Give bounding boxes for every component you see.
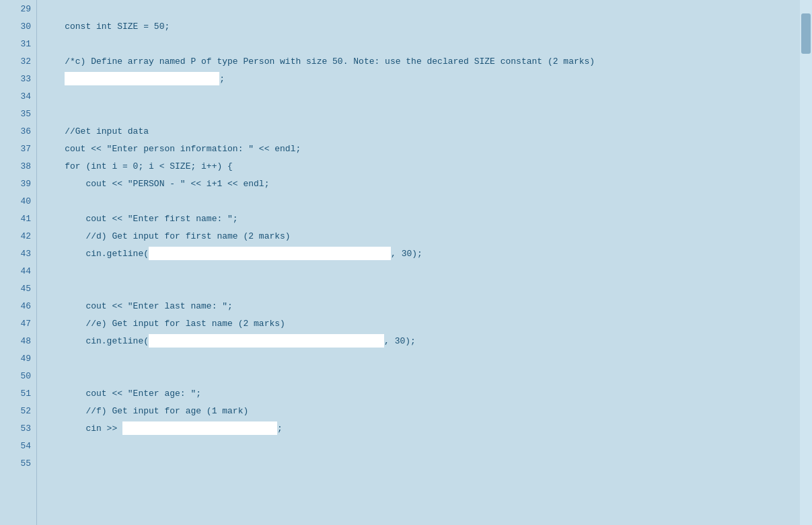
blank-input-43[interactable] xyxy=(149,247,391,260)
code-line-41: cout << "Enter first name: "; xyxy=(44,210,800,227)
code-line-37: cout << "Enter person information: " << … xyxy=(44,140,800,157)
code-line-49 xyxy=(44,350,800,367)
code-suffix-48: , 30); xyxy=(384,336,416,346)
scrollbar[interactable] xyxy=(800,0,812,525)
code-line-50 xyxy=(44,367,800,385)
code-line-48: cin.getline(, 30); xyxy=(44,332,800,350)
line-number-47: 47 xyxy=(0,315,36,332)
line-number-48: 48 xyxy=(0,332,36,350)
code-text-52: //f) Get input for age (1 mark) xyxy=(44,406,248,416)
code-text-37: cout << "Enter person information: " << … xyxy=(44,144,301,154)
editor-container: 2930313233343536373839404142434445464748… xyxy=(0,0,812,525)
line-number-51: 51 xyxy=(0,385,36,402)
code-line-29 xyxy=(44,0,800,17)
code-area: const int SIZE = 50; /*c) Define array n… xyxy=(37,0,800,525)
code-text-41: cout << "Enter first name: "; xyxy=(44,214,238,224)
line-number-43: 43 xyxy=(0,245,36,262)
line-number-38: 38 xyxy=(0,157,36,175)
line-number-53: 53 xyxy=(0,419,36,437)
code-line-32: /*c) Define array named P of type Person… xyxy=(44,52,800,70)
line-number-33: 33 xyxy=(0,70,36,87)
line-number-32: 32 xyxy=(0,52,36,70)
code-line-35 xyxy=(44,105,800,122)
code-line-54 xyxy=(44,437,800,454)
code-text-32: /*c) Define array named P of type Person… xyxy=(44,56,595,67)
line-number-30: 30 xyxy=(0,17,36,35)
code-suffix-33: ; xyxy=(219,74,225,84)
line-number-36: 36 xyxy=(0,122,36,140)
line-number-50: 50 xyxy=(0,367,36,385)
scrollbar-thumb[interactable] xyxy=(801,13,811,54)
code-prefix-43: cin.getline( xyxy=(44,249,149,259)
line-number-54: 54 xyxy=(0,437,36,454)
line-number-39: 39 xyxy=(0,175,36,192)
blank-input-33[interactable] xyxy=(65,72,219,85)
code-text-38: for (int i = 0; i < SIZE; i++) { xyxy=(44,161,233,171)
line-number-49: 49 xyxy=(0,350,36,367)
code-line-53: cin >> ; xyxy=(44,419,800,437)
code-text-42: //d) Get input for first name (2 marks) xyxy=(44,231,291,241)
code-text-30: const int SIZE = 50; xyxy=(44,22,170,32)
code-line-44 xyxy=(44,262,800,280)
code-line-51: cout << "Enter age: "; xyxy=(44,385,800,402)
code-line-38: for (int i = 0; i < SIZE; i++) { xyxy=(44,157,800,175)
code-line-45 xyxy=(44,280,800,297)
code-line-33: ; xyxy=(44,70,800,87)
line-number-34: 34 xyxy=(0,87,36,105)
code-line-36: //Get input data xyxy=(44,122,800,140)
line-number-35: 35 xyxy=(0,105,36,122)
code-prefix-48: cin.getline( xyxy=(44,336,149,346)
line-number-52: 52 xyxy=(0,402,36,419)
code-line-52: //f) Get input for age (1 mark) xyxy=(44,402,800,419)
code-line-30: const int SIZE = 50; xyxy=(44,17,800,35)
code-prefix-33 xyxy=(44,74,65,84)
code-line-46: cout << "Enter last name: "; xyxy=(44,297,800,315)
blank-input-53[interactable] xyxy=(122,421,277,435)
code-line-55 xyxy=(44,454,800,472)
line-number-37: 37 xyxy=(0,140,36,157)
line-number-29: 29 xyxy=(0,0,36,17)
line-number-45: 45 xyxy=(0,280,36,297)
code-line-43: cin.getline(, 30); xyxy=(44,245,800,262)
code-suffix-53: ; xyxy=(277,423,283,434)
code-text-46: cout << "Enter last name: "; xyxy=(44,301,233,311)
line-numbers: 2930313233343536373839404142434445464748… xyxy=(0,0,37,525)
code-line-34 xyxy=(44,87,800,105)
blank-input-48[interactable] xyxy=(149,334,384,348)
code-text-51: cout << "Enter age: "; xyxy=(44,389,201,399)
code-text-39: cout << "PERSON - " << i+1 << endl; xyxy=(44,179,269,189)
line-number-41: 41 xyxy=(0,210,36,227)
line-number-42: 42 xyxy=(0,227,36,245)
code-text-36: //Get input data xyxy=(44,126,149,136)
code-prefix-53: cin >> xyxy=(44,423,122,434)
line-number-40: 40 xyxy=(0,192,36,210)
line-number-46: 46 xyxy=(0,297,36,315)
line-number-31: 31 xyxy=(0,35,36,52)
line-number-44: 44 xyxy=(0,262,36,280)
code-line-47: //e) Get input for last name (2 marks) xyxy=(44,315,800,332)
code-line-39: cout << "PERSON - " << i+1 << endl; xyxy=(44,175,800,192)
code-suffix-43: , 30); xyxy=(391,249,422,259)
code-line-40 xyxy=(44,192,800,210)
code-line-42: //d) Get input for first name (2 marks) xyxy=(44,227,800,245)
code-text-47: //e) Get input for last name (2 marks) xyxy=(44,319,285,329)
line-number-55: 55 xyxy=(0,454,36,472)
code-line-31 xyxy=(44,35,800,52)
